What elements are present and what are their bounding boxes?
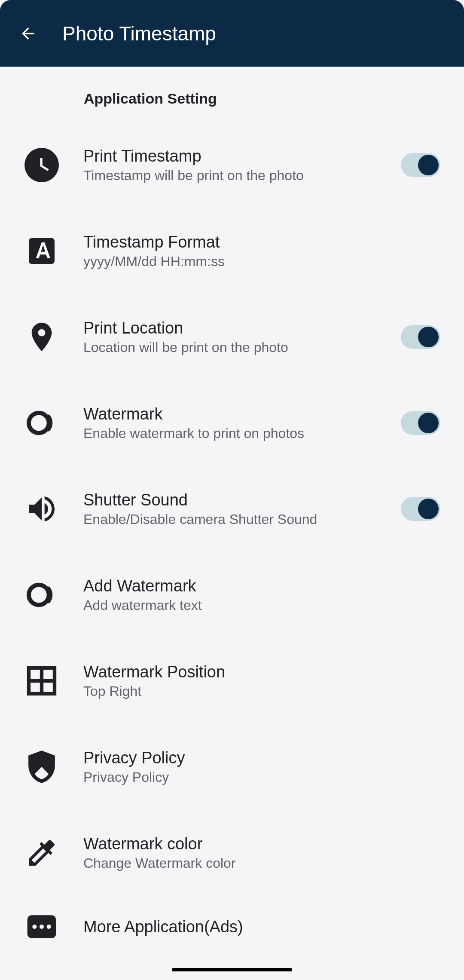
back-arrow-icon xyxy=(19,24,37,43)
setting-title: Watermark Position xyxy=(83,663,440,681)
setting-watermark-color[interactable]: Watermark color Change Watermark color xyxy=(0,810,464,896)
setting-title: Watermark color xyxy=(83,835,440,853)
toggle-thumb xyxy=(418,413,439,433)
setting-shutter-sound[interactable]: Shutter Sound Enable/Disable camera Shut… xyxy=(0,466,464,552)
svg-point-2 xyxy=(29,413,49,433)
svg-point-3 xyxy=(29,585,49,605)
setting-text: Privacy Policy Privacy Policy xyxy=(83,749,440,785)
setting-text: Shutter Sound Enable/Disable camera Shut… xyxy=(83,491,401,527)
setting-subtitle: Timestamp will be print on the photo xyxy=(83,168,401,184)
setting-title: More Application(Ads) xyxy=(83,918,440,936)
setting-watermark-position[interactable]: Watermark Position Top Right xyxy=(0,638,464,724)
setting-text: Watermark color Change Watermark color xyxy=(83,835,440,871)
setting-title: Print Location xyxy=(83,319,401,337)
watermark-icon xyxy=(24,577,60,613)
setting-more-apps[interactable]: More Application(Ads) xyxy=(0,896,464,958)
setting-text: Timestamp Format yyyy/MM/dd HH:mm:ss xyxy=(83,233,440,270)
svg-point-9 xyxy=(40,925,44,929)
grid-icon xyxy=(24,663,60,699)
setting-title: Privacy Policy xyxy=(83,749,440,767)
eyedropper-icon xyxy=(24,835,60,871)
toggle-watermark[interactable] xyxy=(401,411,440,435)
text-format-icon xyxy=(24,233,60,269)
setting-subtitle: Change Watermark color xyxy=(83,855,440,871)
setting-subtitle: Location will be print on the photo xyxy=(83,340,401,355)
section-header: Application Setting xyxy=(0,67,464,122)
toggle-thumb xyxy=(418,327,439,347)
clock-icon xyxy=(24,147,60,183)
svg-rect-1 xyxy=(29,238,55,264)
setting-privacy-policy[interactable]: Privacy Policy Privacy Policy xyxy=(0,724,464,810)
page-title: Photo Timestamp xyxy=(62,22,216,45)
setting-add-watermark[interactable]: Add Watermark Add watermark text xyxy=(0,552,464,638)
toggle-print-timestamp[interactable] xyxy=(401,153,440,177)
setting-subtitle: Privacy Policy xyxy=(83,769,440,785)
setting-subtitle: Top Right xyxy=(83,683,440,699)
setting-text: Print Location Location will be print on… xyxy=(83,319,401,355)
toggle-shutter-sound[interactable] xyxy=(401,497,440,521)
setting-text: More Application(Ads) xyxy=(83,918,440,936)
header: Photo Timestamp xyxy=(0,0,464,67)
setting-title: Print Timestamp xyxy=(83,147,401,165)
settings-content: Application Setting Print Timestamp Time… xyxy=(0,67,464,958)
setting-watermark[interactable]: Watermark Enable watermark to print on p… xyxy=(0,380,464,466)
setting-text: Add Watermark Add watermark text xyxy=(83,577,440,613)
setting-print-location[interactable]: Print Location Location will be print on… xyxy=(0,294,464,380)
location-pin-icon xyxy=(24,319,60,355)
volume-icon xyxy=(24,491,60,527)
more-icon xyxy=(24,909,60,945)
setting-subtitle: Add watermark text xyxy=(83,597,440,613)
back-button[interactable] xyxy=(17,23,39,44)
svg-point-10 xyxy=(47,925,51,929)
setting-print-timestamp[interactable]: Print Timestamp Timestamp will be print … xyxy=(0,122,464,208)
setting-subtitle: Enable/Disable camera Shutter Sound xyxy=(83,511,401,527)
toggle-thumb xyxy=(418,155,439,175)
home-indicator[interactable] xyxy=(172,968,292,971)
setting-subtitle: Enable watermark to print on photos xyxy=(83,426,401,441)
setting-text: Watermark Position Top Right xyxy=(83,663,440,699)
setting-text: Print Timestamp Timestamp will be print … xyxy=(83,147,401,184)
setting-text: Watermark Enable watermark to print on p… xyxy=(83,405,401,441)
toggle-print-location[interactable] xyxy=(401,325,440,349)
setting-subtitle: yyyy/MM/dd HH:mm:ss xyxy=(83,254,440,270)
setting-timestamp-format[interactable]: Timestamp Format yyyy/MM/dd HH:mm:ss xyxy=(0,208,464,294)
shield-icon xyxy=(24,749,60,785)
setting-title: Add Watermark xyxy=(83,577,440,595)
setting-title: Timestamp Format xyxy=(83,233,440,251)
setting-title: Watermark xyxy=(83,405,401,423)
setting-title: Shutter Sound xyxy=(83,491,401,509)
svg-point-8 xyxy=(32,925,37,929)
watermark-icon xyxy=(24,405,60,441)
toggle-thumb xyxy=(418,499,439,519)
